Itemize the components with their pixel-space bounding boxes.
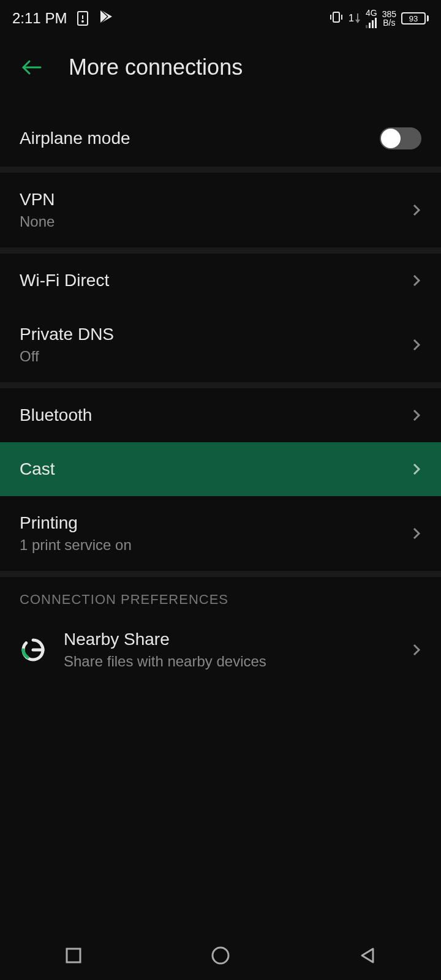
nearby-share-sub: Share files with nearby devices: [64, 653, 394, 670]
divider: [0, 167, 441, 173]
back-button[interactable]: [20, 55, 44, 80]
data-rate: 385 B/s: [382, 10, 396, 27]
cast-item[interactable]: Cast: [0, 442, 441, 496]
chevron-right-icon: [412, 641, 421, 658]
vpn-label: VPN: [20, 190, 55, 209]
private-dns-item[interactable]: Private DNS Off: [0, 307, 441, 382]
app-header: More connections: [0, 37, 441, 98]
bluetooth-label: Bluetooth: [20, 405, 92, 425]
sim-indicator: 1: [349, 13, 361, 24]
svg-point-2: [82, 21, 83, 22]
airplane-mode-toggle[interactable]: [380, 127, 421, 149]
home-button[interactable]: [209, 944, 232, 967]
divider: [0, 247, 441, 254]
vpn-status: None: [20, 213, 55, 230]
private-dns-status: Off: [20, 348, 114, 365]
sim-card-alert-icon: [77, 10, 89, 26]
chevron-right-icon: [412, 461, 421, 478]
divider: [0, 571, 441, 577]
divider: [0, 382, 441, 388]
status-time: 2:11 PM: [12, 10, 67, 27]
svg-point-11: [213, 948, 228, 963]
signal-icon: [366, 17, 377, 28]
status-right: 1 4G 385 B/s 93: [329, 9, 429, 28]
network-type: 4G: [366, 9, 377, 28]
connection-preferences-header: CONNECTION PREFERENCES: [0, 577, 441, 615]
battery-icon: 93: [401, 12, 429, 24]
google-icon: [20, 636, 47, 663]
page-title: More connections: [69, 55, 243, 80]
recent-apps-button[interactable]: [62, 944, 85, 967]
svg-rect-5: [333, 12, 339, 22]
printing-label: Printing: [20, 513, 132, 533]
back-nav-button[interactable]: [356, 944, 379, 967]
cast-label: Cast: [20, 459, 55, 479]
chevron-right-icon: [412, 272, 421, 289]
status-bar: 2:11 PM 1: [0, 0, 441, 37]
airplane-mode-item[interactable]: Airplane mode: [0, 110, 441, 167]
wifi-direct-label: Wi-Fi Direct: [20, 271, 109, 290]
vibrate-icon: [329, 11, 344, 26]
nearby-share-item[interactable]: Nearby Share Share files with nearby dev…: [0, 615, 441, 685]
play-store-icon: [99, 9, 115, 28]
vpn-item[interactable]: VPN None: [0, 173, 441, 247]
wifi-direct-item[interactable]: Wi-Fi Direct: [0, 254, 441, 307]
printing-item[interactable]: Printing 1 print service on: [0, 496, 441, 571]
chevron-right-icon: [412, 407, 421, 424]
chevron-right-icon: [412, 336, 421, 353]
chevron-right-icon: [412, 202, 421, 219]
svg-rect-10: [67, 949, 80, 962]
svg-marker-12: [362, 949, 373, 962]
chevron-right-icon: [412, 525, 421, 542]
bluetooth-item[interactable]: Bluetooth: [0, 388, 441, 442]
nearby-share-label: Nearby Share: [64, 630, 394, 649]
status-left: 2:11 PM: [12, 9, 115, 28]
navigation-bar: [0, 931, 441, 980]
airplane-mode-label: Airplane mode: [20, 129, 130, 148]
printing-status: 1 print service on: [20, 537, 132, 554]
private-dns-label: Private DNS: [20, 325, 114, 344]
